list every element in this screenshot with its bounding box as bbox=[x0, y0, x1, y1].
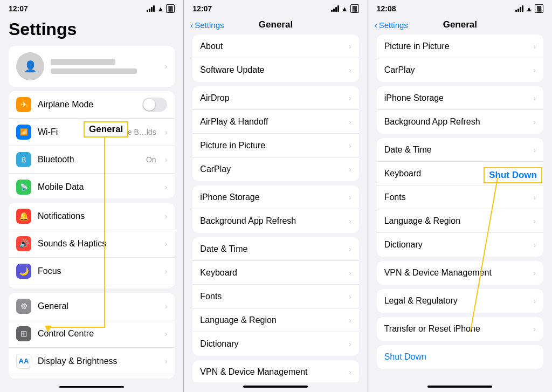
home-screen-item[interactable]: ⌂ Home Screen › bbox=[9, 375, 175, 379]
language-region-label-2: Language & Region bbox=[200, 315, 349, 325]
battery-icon-1: ▓ bbox=[166, 4, 175, 13]
dictionary-label-2: Dictionary bbox=[200, 339, 349, 349]
status-time-2: 12:07 bbox=[192, 4, 212, 13]
wifi-label: Wi-Fi bbox=[38, 127, 101, 137]
general-list-2: About › Software Update › AirDrop › AirP… bbox=[184, 35, 367, 382]
legal-chevron: › bbox=[533, 297, 536, 305]
general-chevron: › bbox=[165, 302, 168, 311]
focus-item[interactable]: 🌙 Focus › bbox=[9, 258, 175, 285]
general-item[interactable]: ⚙ General › bbox=[9, 293, 175, 320]
carplay-label-2: CarPlay bbox=[200, 164, 349, 174]
display-brightness-item[interactable]: AA Display & Brightness › bbox=[9, 348, 175, 375]
notifications-icon: 🔔 bbox=[16, 209, 31, 224]
carplay-item-2[interactable]: CarPlay › bbox=[192, 157, 358, 181]
date-time-item-2[interactable]: Date & Time › bbox=[192, 237, 358, 261]
picture-in-picture-item-3[interactable]: Picture in Picture › bbox=[377, 35, 543, 58]
status-bar-2: 12:07 ▲ ▓ bbox=[184, 0, 367, 15]
sounds-icon: 🔊 bbox=[16, 236, 31, 251]
airdrop-item[interactable]: AirDrop › bbox=[192, 86, 358, 110]
profile-cell[interactable]: 👤 › bbox=[9, 46, 175, 87]
dictionary-item-3[interactable]: Dictionary › bbox=[377, 233, 543, 257]
profile-sub bbox=[51, 68, 137, 74]
status-time-1: 12:07 bbox=[9, 4, 28, 13]
airplane-toggle[interactable] bbox=[142, 98, 167, 112]
home-indicator-1 bbox=[59, 386, 124, 388]
profile-name bbox=[51, 59, 115, 65]
vpn-item-3[interactable]: VPN & Device Management › bbox=[377, 261, 543, 285]
system-group: ⚙ General › ⊞ Control Centre › AA Displa… bbox=[9, 293, 175, 379]
background-refresh-item-2[interactable]: Background App Refresh › bbox=[192, 209, 358, 233]
profile-chevron: › bbox=[165, 62, 168, 71]
airplane-mode-item[interactable]: ✈ Airplane Mode bbox=[9, 91, 175, 119]
bluetooth-icon: B bbox=[16, 152, 31, 167]
status-icons-2: ▲ ▓ bbox=[331, 4, 359, 13]
mobile-data-item[interactable]: 📡 Mobile Data › bbox=[9, 174, 175, 198]
language-region-item-3[interactable]: Language & Region › bbox=[377, 209, 543, 233]
dictionary-item-2[interactable]: Dictionary › bbox=[192, 332, 358, 356]
control-centre-chevron: › bbox=[165, 329, 168, 338]
sounds-item[interactable]: 🔊 Sounds & Haptics › bbox=[9, 230, 175, 258]
transfer-reset-label: Transfer or Reset iPhone bbox=[384, 324, 534, 334]
picture-in-picture-label-3: Picture in Picture bbox=[384, 42, 534, 51]
picture-in-picture-item-2[interactable]: Picture in Picture › bbox=[192, 134, 358, 157]
connectivity-group: ✈ Airplane Mode 📶 Wi-Fi Eeyore B…lds › B… bbox=[9, 91, 175, 198]
control-centre-item[interactable]: ⊞ Control Centre › bbox=[9, 320, 175, 348]
airdrop-label: AirDrop bbox=[200, 93, 349, 103]
airplane-icon: ✈ bbox=[16, 97, 31, 112]
vpn-item-2[interactable]: VPN & Device Management › bbox=[192, 360, 358, 382]
carplay-item-3[interactable]: CarPlay › bbox=[377, 58, 543, 82]
toggle-knob bbox=[143, 99, 155, 111]
transfer-reset-chevron: › bbox=[533, 325, 536, 333]
vpn-chevron: › bbox=[349, 368, 351, 376]
back-label-2: Settings bbox=[195, 20, 224, 30]
keyboard-item-3[interactable]: Keyboard › bbox=[377, 162, 543, 185]
status-icons-1: ▲ ▓ bbox=[147, 4, 175, 13]
legal-item[interactable]: Legal & Regulatory › bbox=[377, 289, 543, 313]
panel-general-1: 12:07 ▲ ▓ ‹ Settings General bbox=[184, 0, 368, 392]
group-about: About › Software Update › bbox=[192, 35, 358, 82]
date-time-item-3[interactable]: Date & Time › bbox=[377, 138, 543, 162]
airplane-mode-label: Airplane Mode bbox=[38, 100, 136, 109]
background-refresh-label-3: Background App Refresh bbox=[384, 117, 534, 127]
background-refresh-chevron-3: › bbox=[533, 118, 536, 126]
shutdown-item[interactable]: Shut Down bbox=[377, 345, 543, 369]
iphone-storage-label-2: iPhone Storage bbox=[200, 192, 349, 202]
bluetooth-label: Bluetooth bbox=[38, 155, 140, 164]
screen-time-item[interactable]: ⏱ Screen Time › bbox=[9, 285, 175, 288]
airplay-handoff-label: AirPlay & Handoff bbox=[200, 117, 349, 127]
language-region-item-2[interactable]: Language & Region › bbox=[192, 308, 358, 332]
back-button-2[interactable]: ‹ Settings bbox=[190, 20, 224, 30]
wifi-item[interactable]: 📶 Wi-Fi Eeyore B…lds › bbox=[9, 119, 175, 146]
airdrop-chevron: › bbox=[349, 94, 351, 102]
wifi-icon: 📶 bbox=[16, 125, 31, 140]
iphone-storage-item-3[interactable]: iPhone Storage › bbox=[377, 86, 543, 110]
keyboard-chevron: › bbox=[349, 269, 351, 277]
group-datetime: Date & Time › Keyboard › Fonts › Languag… bbox=[192, 237, 358, 356]
notifications-item[interactable]: 🔔 Notifications › bbox=[9, 203, 175, 230]
notifications-group: 🔔 Notifications › 🔊 Sounds & Haptics › 🌙… bbox=[9, 203, 175, 288]
status-bar-1: 12:07 ▲ ▓ bbox=[0, 0, 183, 15]
fonts-item-3[interactable]: Fonts › bbox=[377, 185, 543, 209]
vpn-chevron-3: › bbox=[533, 269, 536, 277]
about-item[interactable]: About › bbox=[192, 35, 358, 58]
fonts-item-2[interactable]: Fonts › bbox=[192, 285, 358, 308]
focus-icon: 🌙 bbox=[16, 264, 31, 279]
wifi-chevron: › bbox=[165, 128, 168, 136]
pip-chevron-3: › bbox=[533, 42, 536, 51]
keyboard-item-2[interactable]: Keyboard › bbox=[192, 261, 358, 285]
software-update-chevron: › bbox=[349, 66, 351, 74]
software-update-item[interactable]: Software Update › bbox=[192, 58, 358, 82]
bluetooth-item[interactable]: B Bluetooth On › bbox=[9, 146, 175, 174]
group-vpn-2: VPN & Device Management › bbox=[192, 360, 358, 382]
wifi-icon-3: ▲ bbox=[526, 5, 533, 13]
fonts-label-3: Fonts bbox=[384, 192, 534, 202]
avatar: 👤 bbox=[16, 52, 44, 80]
airplay-handoff-item[interactable]: AirPlay & Handoff › bbox=[192, 110, 358, 134]
signal-bar-4 bbox=[153, 5, 155, 12]
back-button-3[interactable]: ‹ Settings bbox=[375, 20, 408, 30]
panel-general-2: 12:08 ▲ ▓ ‹ Settings General bbox=[368, 0, 552, 392]
iphone-storage-item-2[interactable]: iPhone Storage › bbox=[192, 185, 358, 209]
panel-settings: 12:07 ▲ ▓ Settings 👤 › bbox=[0, 0, 184, 392]
background-refresh-item-3[interactable]: Background App Refresh › bbox=[377, 110, 543, 134]
transfer-reset-item[interactable]: Transfer or Reset iPhone › bbox=[377, 317, 543, 341]
